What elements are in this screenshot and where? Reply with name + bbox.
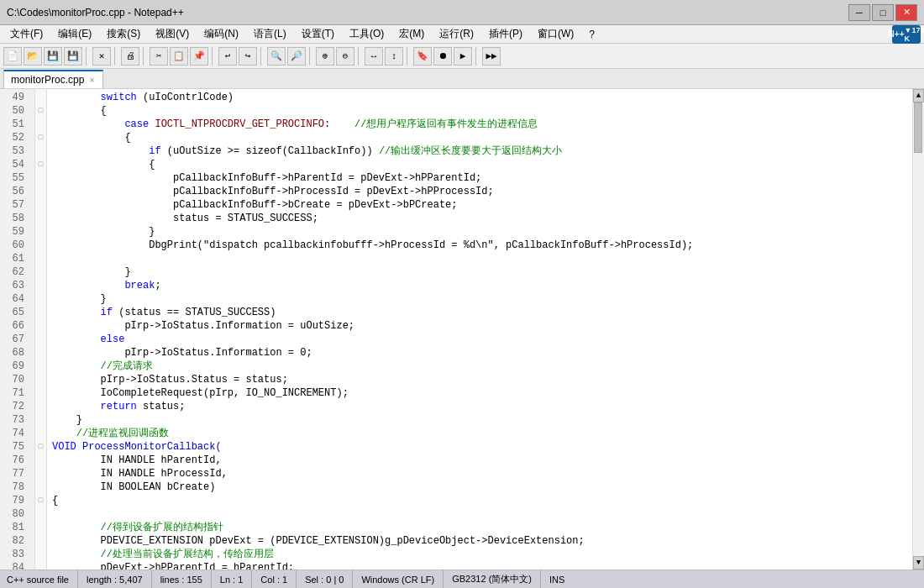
fold-marker[interactable] xyxy=(35,118,46,131)
line-number: 57 xyxy=(0,198,29,212)
status-bar: C++ source file length : 5,407 lines : 1… xyxy=(0,570,924,588)
fold-marker[interactable] xyxy=(35,91,46,104)
copy-button[interactable]: 📋 xyxy=(170,47,188,66)
print-button[interactable]: 🖨 xyxy=(121,47,139,66)
fold-marker[interactable] xyxy=(35,212,46,225)
line-number: 74 xyxy=(0,427,29,440)
redo-button[interactable]: ↪ xyxy=(239,47,257,66)
fold-marker[interactable] xyxy=(35,198,46,212)
fold-marker[interactable]: □ xyxy=(35,440,46,454)
status-filetype: C++ source file xyxy=(7,570,78,588)
window-controls: ─ □ ✕ xyxy=(848,4,917,21)
code-line: IN HANDLE hParentId, xyxy=(47,454,912,467)
close-button[interactable]: ✕ xyxy=(895,4,917,21)
bookmark-button[interactable]: 🔖 xyxy=(413,47,432,66)
status-encoding: GB2312 (简体中文) xyxy=(444,570,541,588)
menu-encoding[interactable]: 编码(N) xyxy=(197,25,245,43)
fold-marker[interactable] xyxy=(35,467,46,480)
fold-marker xyxy=(35,279,46,292)
menu-edit[interactable]: 编辑(E) xyxy=(51,25,98,43)
sync-h-button[interactable]: ↔ xyxy=(365,47,383,66)
fold-marker[interactable] xyxy=(35,292,46,306)
scrollbar-v[interactable]: ▲ ▼ xyxy=(912,89,924,570)
menu-window[interactable]: 窗口(W) xyxy=(531,25,580,43)
fold-marker[interactable] xyxy=(35,225,46,239)
code-line: } xyxy=(47,292,912,306)
fold-marker[interactable] xyxy=(35,454,46,467)
code-content[interactable]: switch (uIoContrlCode) { case IOCTL_NTPR… xyxy=(47,89,912,570)
menu-search[interactable]: 搜索(S) xyxy=(100,25,147,43)
zoom-in-button[interactable]: ⊕ xyxy=(316,47,334,66)
paste-button[interactable]: 📌 xyxy=(190,47,208,66)
fold-marker xyxy=(35,534,46,548)
find-button[interactable]: 🔍 xyxy=(267,47,286,66)
editor-area: 4950515253545556575859606162636465666768… xyxy=(0,89,924,570)
save-all-button[interactable]: 💾 xyxy=(64,47,82,66)
code-line: pIrp->IoStatus.Information = uOutSize; xyxy=(47,319,912,333)
fold-marker xyxy=(35,548,46,561)
code-line: switch (uIoContrlCode) xyxy=(47,91,912,104)
cut-button[interactable]: ✂ xyxy=(150,47,168,66)
scroll-track[interactable] xyxy=(913,102,924,556)
fold-marker xyxy=(35,427,46,440)
line-number: 55 xyxy=(0,171,29,185)
new-button[interactable]: 📄 xyxy=(3,47,22,66)
code-line: pCallbackInfoBuff->hProcessId = pDevExt-… xyxy=(47,185,912,198)
code-line: { xyxy=(47,494,912,507)
menu-macro[interactable]: 宏(M) xyxy=(392,25,431,43)
fold-marker[interactable] xyxy=(35,171,46,185)
save-button[interactable]: 💾 xyxy=(44,47,62,66)
maximize-button[interactable]: □ xyxy=(872,4,894,21)
run-button[interactable]: ▶▶ xyxy=(482,47,501,66)
line-number: 51 xyxy=(0,118,29,131)
status-length: length : 5,407 xyxy=(78,570,152,588)
line-number: 76 xyxy=(0,454,29,467)
sync-v-button[interactable]: ↕ xyxy=(385,47,403,66)
fold-marker[interactable]: □ xyxy=(35,104,46,118)
find-replace-button[interactable]: 🔎 xyxy=(287,47,306,66)
toolbar-sep-2 xyxy=(114,47,118,66)
scroll-up-btn[interactable]: ▲ xyxy=(913,89,924,102)
fold-marker[interactable] xyxy=(35,413,46,427)
fold-marker xyxy=(35,252,46,265)
menu-help[interactable]: ? xyxy=(582,27,601,42)
toolbar-sep-4 xyxy=(212,47,215,66)
macro-rec-button[interactable]: ⏺ xyxy=(433,47,452,66)
line-number: 77 xyxy=(0,467,29,480)
code-line: //进程监视回调函数 xyxy=(47,427,912,440)
menu-tools[interactable]: 工具(O) xyxy=(343,25,391,43)
zoom-out-button[interactable]: ⊖ xyxy=(336,47,354,66)
line-number: 54 xyxy=(0,158,29,171)
close-button2[interactable]: ✕ xyxy=(92,47,111,66)
minimize-button[interactable]: ─ xyxy=(848,4,870,21)
line-number: 68 xyxy=(0,346,29,360)
line-number: 53 xyxy=(0,144,29,158)
code-line: pIrp->IoStatus.Status = status; xyxy=(47,373,912,386)
menu-view[interactable]: 视图(V) xyxy=(149,25,196,43)
fold-marker[interactable]: □ xyxy=(35,158,46,171)
code-line: IoCompleteRequest(pIrp, IO_NO_INCREMENT)… xyxy=(47,386,912,400)
fold-marker[interactable] xyxy=(35,480,46,494)
menu-file[interactable]: 文件(F) xyxy=(3,25,50,43)
title-path: C:\Codes\ xyxy=(7,7,51,18)
menu-plugins[interactable]: 插件(P) xyxy=(482,25,529,43)
line-number: 84 xyxy=(0,561,29,570)
macro-play-button[interactable]: ▶ xyxy=(454,47,472,66)
scroll-down-btn[interactable]: ▼ xyxy=(913,556,924,570)
scroll-thumb[interactable] xyxy=(914,102,922,153)
tab-bar: monitorProc.cpp × xyxy=(0,69,924,89)
tab-close-icon[interactable]: × xyxy=(89,76,94,85)
undo-button[interactable]: ↩ xyxy=(218,47,237,66)
menu-settings[interactable]: 设置(T) xyxy=(295,25,341,43)
fold-marker xyxy=(35,346,46,360)
fold-marker[interactable] xyxy=(35,185,46,198)
menu-language[interactable]: 语言(L) xyxy=(247,25,293,43)
open-button[interactable]: 📂 xyxy=(24,47,42,66)
fold-marker[interactable]: □ xyxy=(35,131,46,144)
tab-monitorproc[interactable]: monitorProc.cpp × xyxy=(3,70,103,88)
fold-marker[interactable]: □ xyxy=(35,494,46,507)
toolbar-sep-6 xyxy=(309,47,312,66)
fold-marker xyxy=(35,306,46,319)
fold-marker[interactable] xyxy=(35,144,46,158)
menu-run[interactable]: 运行(R) xyxy=(433,25,480,43)
